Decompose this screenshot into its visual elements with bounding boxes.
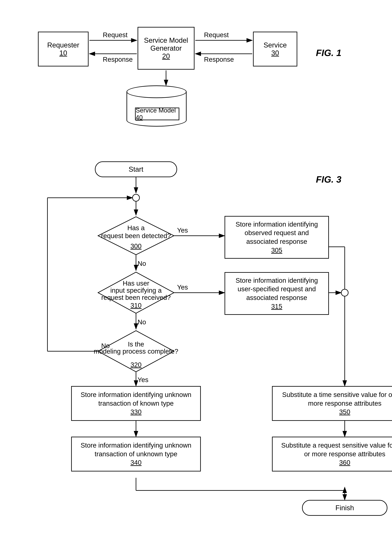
svg-text:310: 310 — [130, 302, 142, 309]
box340-number: 340 — [81, 458, 191, 467]
start-label: Start — [129, 165, 143, 173]
finish-label: Finish — [335, 504, 354, 512]
box315-line3: associated response — [236, 293, 318, 302]
box315-line2: user-specified request and — [236, 285, 318, 293]
svg-text:Is the: Is the — [128, 340, 144, 348]
box350-line1: Substitute a time sensitive value for on… — [282, 390, 392, 399]
box350-line2: more response attributes — [282, 399, 392, 408]
service-model-label: Service Model 40 — [136, 107, 179, 121]
svg-text:Request: Request — [103, 31, 128, 39]
fig3-container: FIG. 3 Start Ha — [19, 155, 373, 519]
svg-text:Response: Response — [103, 56, 133, 63]
svg-marker-23 — [98, 272, 174, 313]
svg-text:Request: Request — [204, 31, 229, 39]
svg-marker-15 — [98, 217, 174, 255]
svg-text:No: No — [101, 342, 110, 350]
db-top — [127, 85, 187, 98]
svg-text:input specifying a: input specifying a — [110, 287, 162, 294]
box330-line1: Store information identifying unknown — [81, 390, 191, 399]
page: FIG. 1 Requester 10 Service Model Genera… — [0, 0, 392, 555]
svg-text:request been detected?: request been detected? — [101, 232, 171, 240]
box330-line2: transaction of known type — [81, 399, 191, 408]
box-360: Substitute a request sensitive value for… — [272, 437, 392, 471]
finish-box: Finish — [302, 500, 387, 516]
box-340: Store information identifying unknown tr… — [71, 437, 201, 471]
box-330: Store information identifying unknown tr… — [71, 386, 201, 421]
box315-line1: Store information identifying — [236, 276, 318, 285]
svg-text:Yes: Yes — [138, 376, 149, 384]
box-350: Substitute a time sensitive value for on… — [272, 386, 392, 421]
box-315: Store information identifying user-speci… — [225, 272, 329, 315]
box-305: Store information identifying observed r… — [225, 216, 329, 259]
box305-line2: observed request and — [236, 229, 318, 237]
svg-text:request been received?: request been received? — [101, 294, 171, 301]
fig1-container: FIG. 1 Requester 10 Service Model Genera… — [19, 13, 373, 142]
svg-text:Has user: Has user — [123, 280, 149, 287]
svg-text:No: No — [138, 318, 146, 326]
box305-number: 305 — [236, 246, 318, 255]
start-box: Start — [95, 161, 177, 177]
svg-marker-32 — [98, 331, 174, 372]
box350-number: 350 — [282, 408, 392, 416]
svg-text:320: 320 — [130, 361, 142, 368]
svg-text:Response: Response — [204, 56, 234, 63]
box340-line1: Store information identifying unknown — [81, 441, 191, 450]
box305-line3: associated response — [236, 237, 318, 246]
box305-line1: Store information identifying — [236, 220, 318, 229]
box315-number: 315 — [236, 302, 318, 311]
svg-text:300: 300 — [130, 242, 142, 250]
svg-text:Yes: Yes — [177, 284, 188, 291]
box360-number: 360 — [281, 458, 392, 467]
fig1-arrows-svg: Request Response Request Response — [19, 13, 373, 142]
box330-number: 330 — [81, 408, 191, 416]
svg-text:Has a: Has a — [127, 224, 145, 232]
box360-line2: or more response attributes — [281, 450, 392, 459]
svg-text:Yes: Yes — [177, 226, 188, 234]
service-model-inner-box: Service Model 40 — [135, 108, 179, 120]
box360-line1: Substitute a request sensitive value for… — [281, 441, 392, 450]
service-model-number: 40 — [136, 114, 143, 121]
svg-text:No: No — [138, 260, 146, 267]
svg-point-44 — [341, 289, 348, 296]
fig3-label: FIG. 3 — [316, 174, 341, 185]
svg-point-13 — [133, 194, 139, 201]
svg-text:modeling process complete?: modeling process complete? — [94, 348, 178, 355]
box340-line2: transaction of unknown type — [81, 450, 191, 459]
